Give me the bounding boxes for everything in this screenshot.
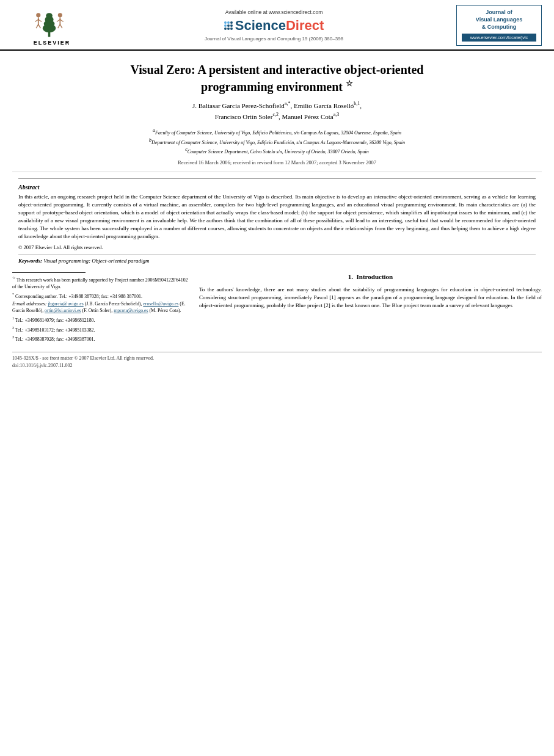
introduction-text: To the authors' knowledge, there are not… [199, 286, 542, 310]
journal-line: Journal of Visual Languages and Computin… [92, 36, 456, 42]
svg-point-5 [36, 13, 40, 17]
journal-title: Journal ofVisual Languages& Computing [462, 9, 536, 31]
copyright-line: © 2007 Elsevier Ltd. All rights reserved… [18, 244, 536, 250]
introduction-title: Introduction [357, 273, 393, 280]
abstract-heading: Abstract [18, 184, 536, 191]
introduction-col: 1. Introduction To the authors' knowledg… [199, 272, 542, 344]
tel3-footnote: 3 Tel.: +34988387028; fax: +34988387001. [12, 335, 189, 343]
email-link-1[interactable]: jbgarcia@uvigo.es [48, 301, 84, 307]
authors-line: J. Baltasar García Perez-Schofielda,*, E… [49, 100, 505, 123]
page-header: ELSEVIER Available online at www.science… [0, 0, 554, 51]
svg-line-10 [38, 24, 41, 28]
page-footer: 1045-926X/$ - see front matter © 2007 El… [12, 352, 542, 369]
elsevier-tree-icon [27, 5, 76, 38]
footer-issn: 1045-926X/$ - see front matter © 2007 El… [12, 355, 542, 362]
keywords-text: Visual programming; Object-oriented para… [43, 258, 149, 264]
section-number: 1. [348, 273, 353, 280]
introduction-heading: 1. Introduction [199, 272, 542, 282]
title-section: Visual Zero: A persistent and interactiv… [12, 51, 542, 172]
tel1-footnote: 1 Tel.: +34986814079; fax: +34986812180. [12, 316, 189, 324]
abstract-section: Abstract In this article, an ongoing res… [18, 178, 536, 264]
sciencedirect-area: Available online at www.sciencedirect.co… [92, 9, 456, 42]
abstract-text: In this article, an ongoing research pro… [18, 193, 536, 241]
corresponding-footnote: * Corresponding author. Tel.: +34988 387… [12, 292, 189, 300]
two-col-section: ☆ This research work has been partially … [12, 272, 542, 344]
email-footnote: E-mail addresses: jbgarcia@uvigo.es (J.B… [12, 301, 189, 314]
journal-url: www.elsevier.com/locate/jvlc [462, 34, 536, 42]
sciencedirect-name: ScienceDirect [235, 18, 324, 34]
footnotes-col: ☆ This research work has been partially … [12, 272, 189, 344]
email-link-3[interactable]: ortin@lsi.uniovi.es [45, 308, 81, 313]
svg-point-4 [46, 13, 53, 18]
footer-doi: doi:10.1016/j.jvlc.2007.11.002 [12, 362, 542, 369]
page: ELSEVIER Available online at www.science… [0, 0, 554, 756]
journal-title-box: Journal ofVisual Languages& Computing ww… [456, 5, 542, 45]
elsevier-logo-area: ELSEVIER [12, 5, 92, 46]
footnote-divider [12, 272, 86, 273]
received-line: Received 16 March 2006; received in revi… [49, 159, 505, 165]
affiliations: aFaculty of Computer Science, University… [49, 127, 505, 156]
svg-line-15 [58, 24, 60, 28]
keywords-line: Keywords: Visual programming; Object-ori… [18, 254, 536, 264]
email-link-2[interactable]: erosello@uvigo.es [143, 301, 178, 307]
sd-dots-icon [224, 21, 233, 30]
title-star: ☆ [346, 79, 353, 88]
svg-line-9 [36, 24, 38, 28]
email-link-4[interactable]: mpcota@uvigo.es [114, 308, 148, 313]
sciencedirect-logo: ScienceDirect [92, 18, 456, 34]
svg-point-11 [58, 13, 62, 17]
svg-line-16 [60, 24, 62, 28]
tel2-footnote: 2 Tel.: +34985103172; fax: +34985103382. [12, 325, 189, 334]
star-footnote: ☆ This research work has been partially … [12, 275, 189, 290]
keywords-label: Keywords: [18, 258, 42, 264]
elsevier-label: ELSEVIER [34, 40, 71, 46]
available-online-text: Available online at www.sciencedirect.co… [92, 9, 456, 15]
article-title: Visual Zero: A persistent and interactiv… [49, 62, 505, 95]
